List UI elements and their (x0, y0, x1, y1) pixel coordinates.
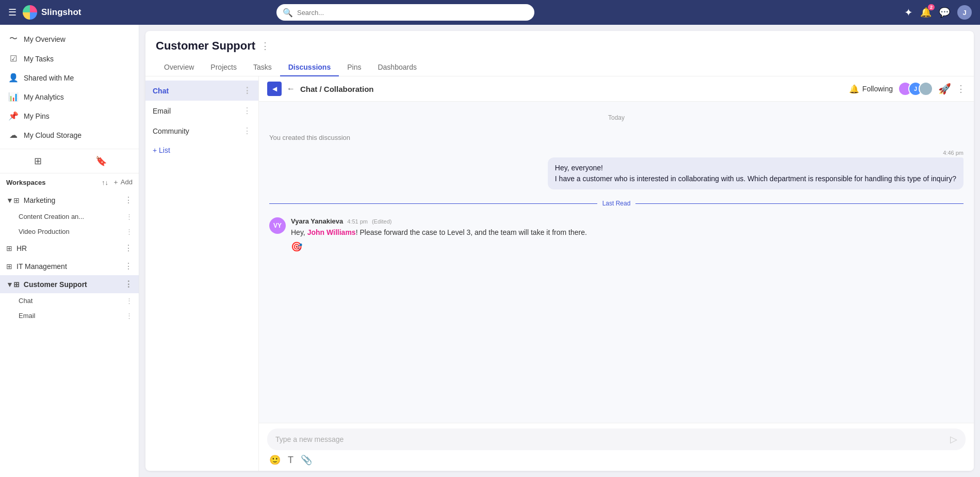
tab-projects[interactable]: Projects (202, 59, 245, 76)
ai-icon[interactable]: ✦ (904, 6, 913, 19)
workspace-more-it[interactable]: ⋮ (124, 261, 133, 271)
sub-item-more-email[interactable]: ⋮ (126, 312, 133, 320)
sidebar-item-my-overview[interactable]: 〜 My Overview (0, 29, 139, 49)
sort-workspaces-button[interactable]: ↑↓ (102, 179, 108, 186)
search-input[interactable] (297, 9, 528, 17)
sub-item-more-chat[interactable]: ⋮ (126, 297, 133, 305)
breadcrumb-prefix: Chat / (300, 85, 324, 93)
bell-icon: 🔔 (849, 84, 859, 94)
disc-chat-left: Chat (153, 87, 169, 95)
main-layout: 〜 My Overview ☑ My Tasks 👤 Shared with M… (0, 25, 980, 477)
workspace-it-management[interactable]: ⊞ IT Management ⋮ (0, 257, 139, 275)
hamburger-icon[interactable]: ☰ (8, 7, 17, 18)
message-input-box[interactable]: Type a new message ▷ (267, 428, 966, 450)
tab-dashboards[interactable]: Dashboards (369, 59, 425, 76)
following-button[interactable]: 🔔 Following (849, 84, 893, 94)
sidebar-item-shared-with-me[interactable]: 👤 Shared with Me (0, 68, 139, 87)
discussion-item-community[interactable]: Community ⋮ (145, 121, 258, 141)
chat-header: ◀ ← Chat / Collaboration 🔔 Following (259, 76, 974, 102)
notification-icon[interactable]: 🔔 2 (920, 7, 932, 18)
message-2-reaction: 🎯 (291, 241, 963, 252)
message-1-line1: Hey, everyone! (555, 164, 603, 172)
content-more-icon[interactable]: ⋮ (260, 40, 270, 52)
avatar-3 (919, 82, 933, 96)
message-placeholder: Type a new message (275, 435, 344, 443)
workspace-marketing-left: ▼⊞ Marketing (6, 196, 55, 204)
overview-icon: 〜 (8, 34, 19, 44)
disc-community-left: Community (153, 127, 189, 135)
sidebar-item-my-tasks[interactable]: ☑ My Tasks (0, 49, 139, 68)
workspace-more-hr[interactable]: ⋮ (124, 243, 133, 253)
sub-item-more-video-production[interactable]: ⋮ (126, 228, 133, 235)
analytics-icon: 📊 (8, 92, 19, 102)
message-2-before: Hey, (291, 228, 307, 236)
sub-item-label-content-creation: Content Creation an... (19, 213, 84, 220)
disc-email-more[interactable]: ⋮ (243, 106, 251, 116)
attachment-button[interactable]: 📎 (301, 454, 312, 466)
disc-community-more[interactable]: ⋮ (243, 126, 251, 136)
mention-john-williams[interactable]: John Williams (307, 228, 356, 236)
workspace-marketing[interactable]: ▼⊞ Marketing ⋮ (0, 191, 139, 209)
workspace-more-marketing[interactable]: ⋮ (124, 195, 133, 205)
shared-icon: 👤 (8, 73, 19, 83)
workspace-hr[interactable]: ⊞ HR ⋮ (0, 239, 139, 257)
discussion-item-email[interactable]: Email ⋮ (145, 101, 258, 121)
reaction-emoji[interactable]: 🎯 (291, 241, 302, 252)
message-1-line2: I have a customer who is interested in c… (555, 174, 956, 183)
sidebar-label-shared-with-me: Shared with Me (24, 74, 74, 82)
tab-tasks[interactable]: Tasks (245, 59, 280, 76)
message-2-meta: Vyara Yanakieva 4:51 pm (Edited) (291, 217, 963, 225)
tab-overview[interactable]: Overview (156, 59, 202, 76)
add-list-button[interactable]: + List (145, 141, 258, 160)
message-2-time: 4:51 pm (347, 218, 368, 225)
chat-more-icon[interactable]: ⋮ (956, 83, 966, 94)
message-2-content: Vyara Yanakieva 4:51 pm (Edited) Hey, Jo… (291, 217, 963, 252)
add-workspace-button[interactable]: ＋ Add (112, 178, 133, 187)
chat-header-left: ◀ ← Chat / Collaboration (267, 82, 374, 96)
workspace-it-left: ⊞ IT Management (6, 262, 67, 271)
sidebar-item-my-pins[interactable]: 📌 My Pins (0, 106, 139, 125)
participant-avatars: J (898, 82, 933, 96)
message-2-edited: (Edited) (372, 218, 392, 225)
sub-item-more-content-creation[interactable]: ⋮ (126, 213, 133, 220)
messages-area: Today You created this discussion 4:46 p… (259, 102, 974, 423)
sub-item-content-creation[interactable]: Content Creation an... ⋮ (0, 209, 139, 224)
search-icon: 🔍 (283, 8, 293, 18)
workspace-icon-hr: ⊞ (6, 244, 12, 252)
layers-button[interactable]: ⊞ (6, 152, 70, 170)
send-button[interactable]: ▷ (950, 434, 957, 445)
tab-discussions[interactable]: Discussions (280, 59, 339, 76)
sub-item-label-email: Email (19, 312, 36, 320)
sidebar-label-my-pins: My Pins (24, 112, 50, 120)
bookmark-button[interactable]: 🔖 (70, 152, 133, 170)
sidebar-item-my-analytics[interactable]: 📊 My Analytics (0, 87, 139, 106)
last-read-line-left (269, 203, 597, 204)
back-button[interactable]: ← (287, 84, 295, 93)
date-separator: Today (269, 114, 963, 121)
sub-item-chat[interactable]: Chat ⋮ (0, 293, 139, 308)
collapse-panel-button[interactable]: ◀ (267, 82, 282, 96)
workspace-actions: ↑↓ ＋ Add (102, 178, 133, 187)
workspace-hr-left: ⊞ HR (6, 244, 27, 252)
app-logo: Slingshot (23, 5, 81, 20)
workspace-customer-support[interactable]: ▼⊞ Customer Support ⋮ (0, 275, 139, 293)
discussion-item-chat[interactable]: Chat ⋮ (145, 81, 258, 101)
text-format-button[interactable]: T (288, 454, 293, 466)
topnav-right: ✦ 🔔 2 💬 J (904, 5, 972, 20)
content-header: Customer Support ⋮ Overview Projects Tas… (145, 31, 974, 76)
system-message: You created this discussion (269, 132, 963, 144)
emoji-button[interactable]: 🙂 (269, 454, 281, 466)
sub-item-email[interactable]: Email ⋮ (0, 308, 139, 323)
sub-item-video-production[interactable]: Video Production ⋮ (0, 224, 139, 239)
disc-chat-more[interactable]: ⋮ (243, 86, 251, 96)
sidebar-item-my-cloud[interactable]: ☁ My Cloud Storage (0, 125, 139, 145)
user-avatar[interactable]: J (957, 5, 972, 20)
rocket-icon[interactable]: 🚀 (938, 83, 951, 95)
chat-panel: ◀ ← Chat / Collaboration 🔔 Following (259, 76, 974, 471)
app-name: Slingshot (41, 7, 81, 18)
search-bar[interactable]: 🔍 (276, 4, 534, 21)
workspace-more-cs[interactable]: ⋮ (124, 279, 133, 289)
tab-pins[interactable]: Pins (339, 59, 369, 76)
chat-icon[interactable]: 💬 (939, 7, 950, 18)
workspace-icon-it: ⊞ (6, 262, 12, 271)
